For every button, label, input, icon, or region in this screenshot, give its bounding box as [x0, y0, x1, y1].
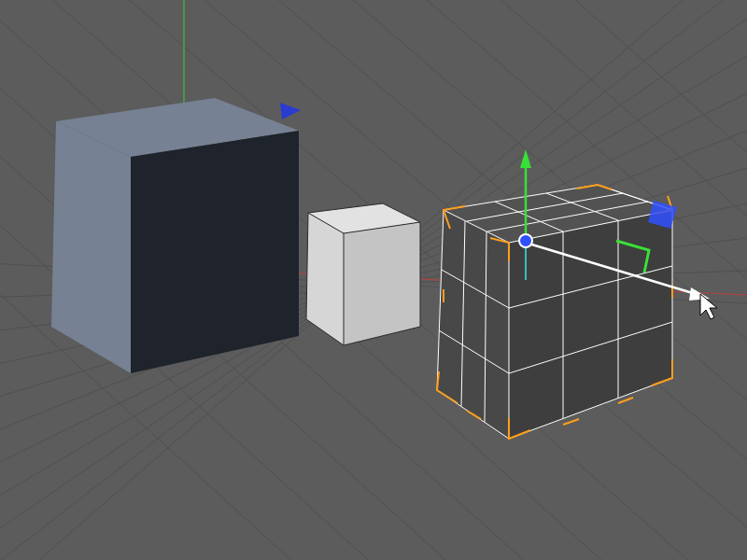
gizmo-origin[interactable] — [519, 234, 532, 247]
small-cube-side-face — [344, 222, 420, 345]
viewport-3d[interactable] — [0, 0, 747, 560]
large-cube-side-face — [131, 131, 299, 373]
object-large-cube[interactable] — [51, 98, 299, 373]
object-small-cube[interactable] — [306, 203, 420, 345]
